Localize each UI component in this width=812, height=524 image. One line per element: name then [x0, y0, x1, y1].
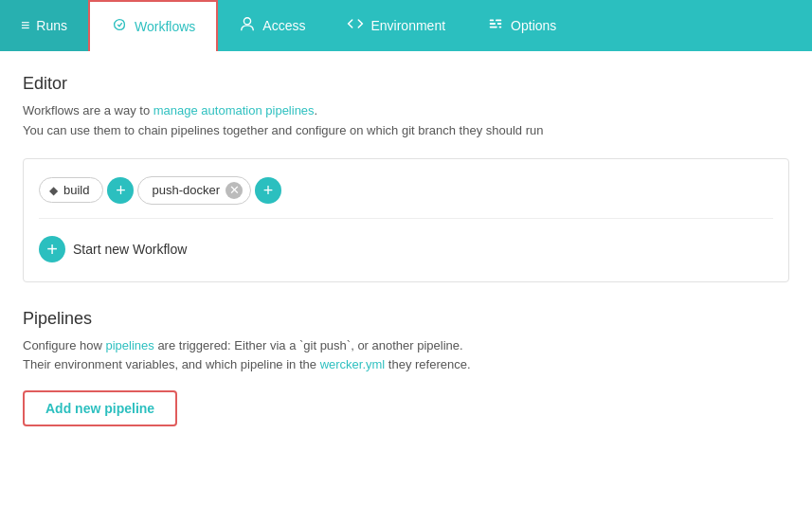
- build-pipeline-label: build: [63, 183, 89, 197]
- nav-runs-label: Runs: [36, 18, 67, 33]
- nav-access-label: Access: [262, 18, 305, 33]
- editor-description: Workflows are a way to manage automation…: [23, 101, 789, 141]
- editor-desc-prefix: Workflows are a way to: [23, 103, 153, 117]
- add-pipeline-label: Add new pipeline: [45, 401, 154, 416]
- pipelines-desc-line2-suffix: they reference.: [385, 357, 470, 371]
- nav-access[interactable]: Access: [218, 0, 326, 51]
- workflow-row: ◆ build + push-docker ✕ +: [39, 176, 773, 219]
- svg-rect-5: [490, 27, 497, 28]
- nav-workflows[interactable]: Workflows: [88, 0, 218, 51]
- workflows-icon: [111, 16, 128, 37]
- pipelines-section: Pipelines Configure how pipelines are tr…: [23, 309, 789, 427]
- start-new-workflow-row[interactable]: + Start new Workflow: [39, 234, 773, 264]
- plus-icon-2: +: [263, 182, 274, 199]
- svg-rect-4: [497, 23, 502, 25]
- nav-environment-label: Environment: [370, 18, 445, 33]
- editor-desc-line2: You can use them to chain pipelines toge…: [23, 123, 544, 137]
- svg-rect-3: [490, 23, 496, 25]
- wercker-yml-link[interactable]: wercker.yml: [320, 357, 386, 371]
- svg-rect-1: [490, 20, 495, 22]
- runs-icon: ≡: [21, 17, 29, 34]
- nav-bar: ≡ Runs Workflows Access Environment: [0, 0, 812, 51]
- pipelines-desc-mid: are triggered: Either via a `git push`, …: [154, 338, 463, 352]
- nav-workflows-label: Workflows: [135, 19, 195, 34]
- plus-icon-1: +: [116, 182, 126, 199]
- pipelines-desc-prefix: Configure how: [23, 338, 105, 352]
- svg-point-0: [244, 18, 251, 25]
- editor-title: Editor: [23, 74, 789, 94]
- pipeline-push-docker[interactable]: push-docker ✕: [137, 176, 251, 205]
- editor-box: ◆ build + push-docker ✕ +: [23, 158, 789, 282]
- editor-desc-suffix: .: [315, 103, 318, 117]
- build-pipeline-icon: ◆: [49, 184, 58, 197]
- nav-options-label: Options: [511, 18, 556, 33]
- start-workflow-add-button[interactable]: +: [39, 236, 65, 262]
- access-icon: [239, 15, 256, 36]
- close-icon: ✕: [229, 184, 240, 196]
- manage-pipelines-link[interactable]: manage automation pipelines: [153, 103, 315, 117]
- editor-section: Editor Workflows are a way to manage aut…: [23, 74, 789, 282]
- add-new-pipeline-button[interactable]: Add new pipeline: [23, 390, 177, 426]
- nav-environment[interactable]: Environment: [326, 0, 466, 51]
- start-workflow-plus-icon: +: [46, 240, 58, 259]
- main-content: Editor Workflows are a way to manage aut…: [0, 51, 812, 524]
- pipeline-build[interactable]: ◆ build: [39, 177, 103, 203]
- pipelines-link[interactable]: pipelines: [105, 338, 153, 352]
- remove-push-docker-button[interactable]: ✕: [226, 182, 243, 199]
- start-workflow-label: Start new Workflow: [73, 242, 187, 257]
- nav-runs[interactable]: ≡ Runs: [0, 0, 88, 51]
- environment-icon: [347, 17, 364, 34]
- connect-button-1[interactable]: +: [107, 177, 134, 204]
- pipelines-description: Configure how pipelines are triggered: E…: [23, 336, 789, 376]
- svg-rect-2: [496, 20, 501, 22]
- options-icon: [487, 15, 504, 36]
- svg-rect-6: [499, 27, 502, 28]
- push-docker-pipeline-label: push-docker: [152, 183, 220, 197]
- connect-button-2[interactable]: +: [255, 177, 281, 204]
- pipelines-title: Pipelines: [23, 309, 789, 329]
- pipelines-desc-line2-prefix: Their environment variables, and which p…: [23, 357, 320, 371]
- nav-options[interactable]: Options: [466, 0, 577, 51]
